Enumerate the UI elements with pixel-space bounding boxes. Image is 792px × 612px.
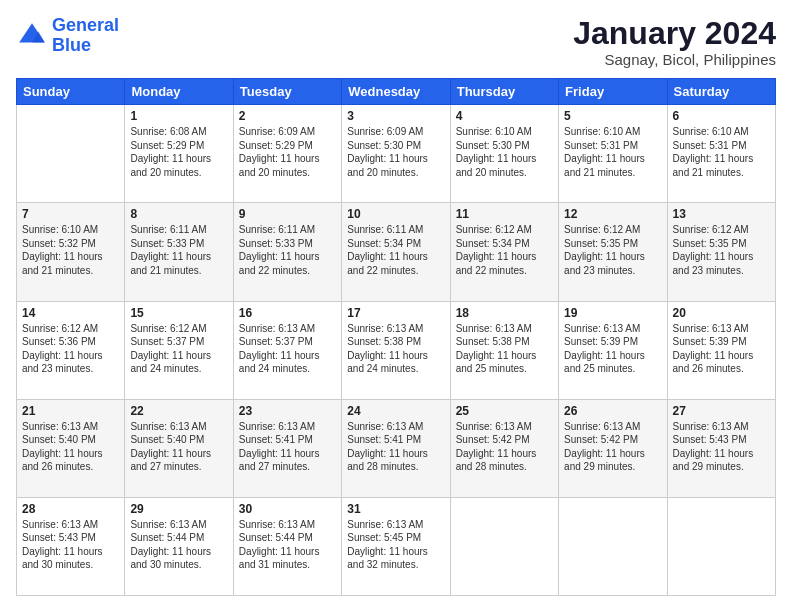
- day-number: 3: [347, 109, 444, 123]
- day-number: 31: [347, 502, 444, 516]
- day-detail: Sunrise: 6:10 AM Sunset: 5:30 PM Dayligh…: [456, 125, 553, 179]
- day-number: 2: [239, 109, 336, 123]
- day-cell: 17Sunrise: 6:13 AM Sunset: 5:38 PM Dayli…: [342, 301, 450, 399]
- day-number: 27: [673, 404, 770, 418]
- day-detail: Sunrise: 6:12 AM Sunset: 5:35 PM Dayligh…: [564, 223, 661, 277]
- day-number: 21: [22, 404, 119, 418]
- day-detail: Sunrise: 6:10 AM Sunset: 5:31 PM Dayligh…: [564, 125, 661, 179]
- day-cell: 1Sunrise: 6:08 AM Sunset: 5:29 PM Daylig…: [125, 105, 233, 203]
- calendar-table: SundayMondayTuesdayWednesdayThursdayFrid…: [16, 78, 776, 596]
- week-row-1: 1Sunrise: 6:08 AM Sunset: 5:29 PM Daylig…: [17, 105, 776, 203]
- day-detail: Sunrise: 6:13 AM Sunset: 5:44 PM Dayligh…: [239, 518, 336, 572]
- day-detail: Sunrise: 6:10 AM Sunset: 5:31 PM Dayligh…: [673, 125, 770, 179]
- day-detail: Sunrise: 6:13 AM Sunset: 5:45 PM Dayligh…: [347, 518, 444, 572]
- day-header-thursday: Thursday: [450, 79, 558, 105]
- day-cell: 8Sunrise: 6:11 AM Sunset: 5:33 PM Daylig…: [125, 203, 233, 301]
- day-cell: 2Sunrise: 6:09 AM Sunset: 5:29 PM Daylig…: [233, 105, 341, 203]
- day-cell: 24Sunrise: 6:13 AM Sunset: 5:41 PM Dayli…: [342, 399, 450, 497]
- day-cell: 6Sunrise: 6:10 AM Sunset: 5:31 PM Daylig…: [667, 105, 775, 203]
- day-cell: 7Sunrise: 6:10 AM Sunset: 5:32 PM Daylig…: [17, 203, 125, 301]
- day-number: 23: [239, 404, 336, 418]
- day-detail: Sunrise: 6:13 AM Sunset: 5:39 PM Dayligh…: [673, 322, 770, 376]
- day-cell: [17, 105, 125, 203]
- day-cell: 26Sunrise: 6:13 AM Sunset: 5:42 PM Dayli…: [559, 399, 667, 497]
- logo-text: General Blue: [52, 16, 119, 56]
- day-cell: 15Sunrise: 6:12 AM Sunset: 5:37 PM Dayli…: [125, 301, 233, 399]
- day-detail: Sunrise: 6:12 AM Sunset: 5:36 PM Dayligh…: [22, 322, 119, 376]
- day-cell: 28Sunrise: 6:13 AM Sunset: 5:43 PM Dayli…: [17, 497, 125, 595]
- day-cell: [450, 497, 558, 595]
- day-number: 29: [130, 502, 227, 516]
- day-cell: 4Sunrise: 6:10 AM Sunset: 5:30 PM Daylig…: [450, 105, 558, 203]
- day-number: 13: [673, 207, 770, 221]
- day-number: 26: [564, 404, 661, 418]
- header: General Blue January 2024 Sagnay, Bicol,…: [16, 16, 776, 68]
- day-detail: Sunrise: 6:11 AM Sunset: 5:33 PM Dayligh…: [239, 223, 336, 277]
- day-detail: Sunrise: 6:09 AM Sunset: 5:30 PM Dayligh…: [347, 125, 444, 179]
- day-number: 9: [239, 207, 336, 221]
- day-detail: Sunrise: 6:10 AM Sunset: 5:32 PM Dayligh…: [22, 223, 119, 277]
- day-cell: 13Sunrise: 6:12 AM Sunset: 5:35 PM Dayli…: [667, 203, 775, 301]
- day-number: 10: [347, 207, 444, 221]
- day-detail: Sunrise: 6:11 AM Sunset: 5:33 PM Dayligh…: [130, 223, 227, 277]
- calendar-body: 1Sunrise: 6:08 AM Sunset: 5:29 PM Daylig…: [17, 105, 776, 596]
- day-number: 16: [239, 306, 336, 320]
- day-detail: Sunrise: 6:13 AM Sunset: 5:43 PM Dayligh…: [22, 518, 119, 572]
- day-cell: [667, 497, 775, 595]
- day-detail: Sunrise: 6:12 AM Sunset: 5:34 PM Dayligh…: [456, 223, 553, 277]
- day-header-saturday: Saturday: [667, 79, 775, 105]
- day-detail: Sunrise: 6:13 AM Sunset: 5:43 PM Dayligh…: [673, 420, 770, 474]
- day-detail: Sunrise: 6:13 AM Sunset: 5:38 PM Dayligh…: [456, 322, 553, 376]
- day-detail: Sunrise: 6:13 AM Sunset: 5:37 PM Dayligh…: [239, 322, 336, 376]
- day-header-monday: Monday: [125, 79, 233, 105]
- day-number: 28: [22, 502, 119, 516]
- week-row-5: 28Sunrise: 6:13 AM Sunset: 5:43 PM Dayli…: [17, 497, 776, 595]
- subtitle: Sagnay, Bicol, Philippines: [573, 51, 776, 68]
- day-number: 25: [456, 404, 553, 418]
- day-cell: 19Sunrise: 6:13 AM Sunset: 5:39 PM Dayli…: [559, 301, 667, 399]
- day-cell: 29Sunrise: 6:13 AM Sunset: 5:44 PM Dayli…: [125, 497, 233, 595]
- day-detail: Sunrise: 6:09 AM Sunset: 5:29 PM Dayligh…: [239, 125, 336, 179]
- day-cell: 20Sunrise: 6:13 AM Sunset: 5:39 PM Dayli…: [667, 301, 775, 399]
- day-detail: Sunrise: 6:13 AM Sunset: 5:44 PM Dayligh…: [130, 518, 227, 572]
- day-detail: Sunrise: 6:12 AM Sunset: 5:35 PM Dayligh…: [673, 223, 770, 277]
- day-header-friday: Friday: [559, 79, 667, 105]
- day-cell: 3Sunrise: 6:09 AM Sunset: 5:30 PM Daylig…: [342, 105, 450, 203]
- day-cell: 18Sunrise: 6:13 AM Sunset: 5:38 PM Dayli…: [450, 301, 558, 399]
- day-cell: 23Sunrise: 6:13 AM Sunset: 5:41 PM Dayli…: [233, 399, 341, 497]
- day-number: 12: [564, 207, 661, 221]
- day-header-wednesday: Wednesday: [342, 79, 450, 105]
- day-number: 6: [673, 109, 770, 123]
- main-title: January 2024: [573, 16, 776, 51]
- day-cell: [559, 497, 667, 595]
- day-detail: Sunrise: 6:13 AM Sunset: 5:38 PM Dayligh…: [347, 322, 444, 376]
- day-detail: Sunrise: 6:13 AM Sunset: 5:41 PM Dayligh…: [347, 420, 444, 474]
- day-number: 17: [347, 306, 444, 320]
- day-number: 14: [22, 306, 119, 320]
- day-number: 11: [456, 207, 553, 221]
- day-cell: 5Sunrise: 6:10 AM Sunset: 5:31 PM Daylig…: [559, 105, 667, 203]
- day-detail: Sunrise: 6:13 AM Sunset: 5:42 PM Dayligh…: [564, 420, 661, 474]
- week-row-2: 7Sunrise: 6:10 AM Sunset: 5:32 PM Daylig…: [17, 203, 776, 301]
- day-header-sunday: Sunday: [17, 79, 125, 105]
- logo: General Blue: [16, 16, 119, 56]
- week-row-4: 21Sunrise: 6:13 AM Sunset: 5:40 PM Dayli…: [17, 399, 776, 497]
- day-cell: 31Sunrise: 6:13 AM Sunset: 5:45 PM Dayli…: [342, 497, 450, 595]
- day-number: 7: [22, 207, 119, 221]
- day-cell: 9Sunrise: 6:11 AM Sunset: 5:33 PM Daylig…: [233, 203, 341, 301]
- day-cell: 12Sunrise: 6:12 AM Sunset: 5:35 PM Dayli…: [559, 203, 667, 301]
- day-cell: 21Sunrise: 6:13 AM Sunset: 5:40 PM Dayli…: [17, 399, 125, 497]
- day-number: 22: [130, 404, 227, 418]
- day-cell: 27Sunrise: 6:13 AM Sunset: 5:43 PM Dayli…: [667, 399, 775, 497]
- day-number: 30: [239, 502, 336, 516]
- day-number: 8: [130, 207, 227, 221]
- day-detail: Sunrise: 6:13 AM Sunset: 5:42 PM Dayligh…: [456, 420, 553, 474]
- day-number: 19: [564, 306, 661, 320]
- day-cell: 22Sunrise: 6:13 AM Sunset: 5:40 PM Dayli…: [125, 399, 233, 497]
- day-detail: Sunrise: 6:13 AM Sunset: 5:40 PM Dayligh…: [130, 420, 227, 474]
- page: General Blue January 2024 Sagnay, Bicol,…: [0, 0, 792, 612]
- day-number: 20: [673, 306, 770, 320]
- day-number: 4: [456, 109, 553, 123]
- day-cell: 25Sunrise: 6:13 AM Sunset: 5:42 PM Dayli…: [450, 399, 558, 497]
- day-detail: Sunrise: 6:08 AM Sunset: 5:29 PM Dayligh…: [130, 125, 227, 179]
